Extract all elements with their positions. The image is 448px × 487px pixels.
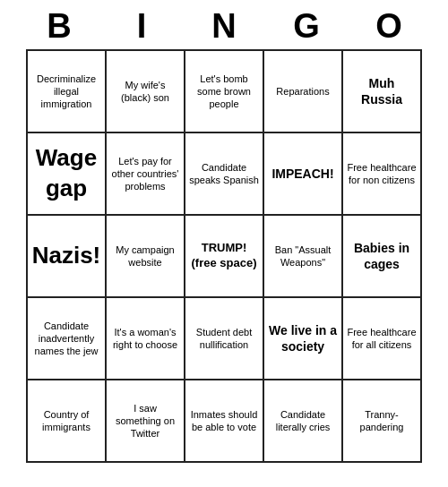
header-g: G <box>269 7 344 46</box>
bingo-cell-20[interactable]: Country of immigrants <box>28 380 107 463</box>
bingo-cell-19[interactable]: Free healthcare for all citizens <box>343 298 422 380</box>
bingo-cell-2[interactable]: Let's bomb some brown people <box>185 51 264 133</box>
bingo-cell-16[interactable]: It's a woman's right to choose <box>107 298 185 380</box>
bingo-grid: Decriminalize illegal immigrationMy wife… <box>26 49 422 463</box>
bingo-header: B I N G O <box>18 7 430 46</box>
bingo-cell-0[interactable]: Decriminalize illegal immigration <box>28 51 107 133</box>
bingo-cell-6[interactable]: Let's pay for other countries' problems <box>107 133 185 216</box>
header-i: I <box>104 7 179 46</box>
bingo-cell-10[interactable]: Nazis! <box>28 216 107 298</box>
bingo-cell-15[interactable]: Candidate inadvertently names the jew <box>28 298 107 380</box>
bingo-cell-22[interactable]: Inmates should be able to vote <box>185 380 264 463</box>
header-o: O <box>351 7 426 46</box>
bingo-cell-23[interactable]: Candidate literally cries <box>264 380 343 463</box>
bingo-cell-9[interactable]: Free healthcare for non citizens <box>343 133 422 216</box>
bingo-cell-5[interactable]: Wage gap <box>28 133 107 216</box>
header-b: B <box>22 7 97 46</box>
bingo-cell-18[interactable]: We live in a society <box>264 298 343 380</box>
bingo-cell-24[interactable]: Tranny-pandering <box>343 380 422 463</box>
bingo-cell-3[interactable]: Reparations <box>264 51 343 133</box>
bingo-cell-13[interactable]: Ban "Assualt Weapons" <box>264 216 343 298</box>
bingo-cell-7[interactable]: Candidate speaks Spanish <box>185 133 264 216</box>
bingo-cell-11[interactable]: My campaign website <box>107 216 185 298</box>
bingo-cell-17[interactable]: Student debt nullification <box>185 298 264 380</box>
bingo-cell-4[interactable]: Muh Russia <box>343 51 422 133</box>
bingo-cell-21[interactable]: I saw something on Twitter <box>107 380 185 463</box>
bingo-cell-12[interactable]: TRUMP! (free space) <box>185 216 264 298</box>
bingo-cell-8[interactable]: IMPEACH! <box>264 133 343 216</box>
header-n: N <box>186 7 262 46</box>
bingo-cell-14[interactable]: Babies in cages <box>343 216 422 298</box>
bingo-cell-1[interactable]: My wife's (black) son <box>107 51 185 133</box>
